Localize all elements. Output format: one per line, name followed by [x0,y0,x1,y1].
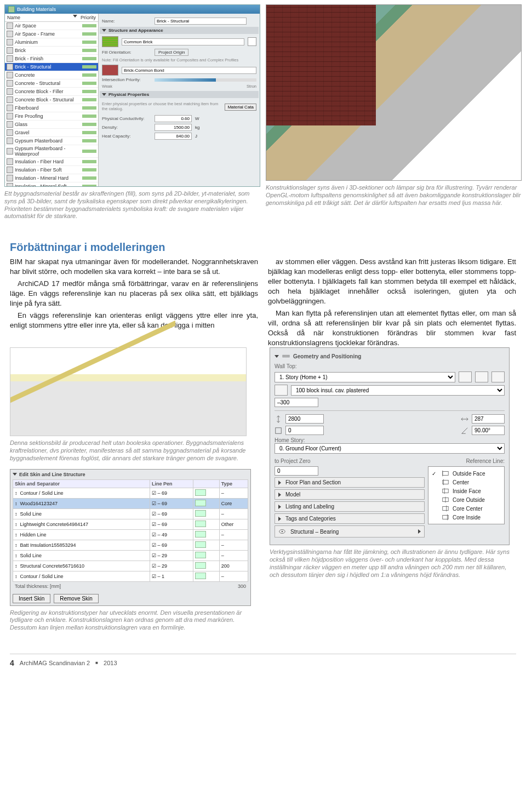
wall-top-select[interactable]: 1. Story (Home + 1) [275,372,455,382]
material-list-item[interactable]: Concrete Block - Structural [5,96,98,104]
reference-line-options[interactable]: ✓Outside FaceCenterInside FaceCore Outsi… [428,466,505,524]
home-story-label: Home Story: [275,437,505,443]
dialog-titlebar[interactable]: Building Materials [5,5,260,14]
material-list-item[interactable]: Insulation - Mineral Hard [5,174,98,182]
skin-row[interactable]: ↕ Wood164123247☑ – 69Core [13,498,248,508]
fill-thumb[interactable] [102,36,118,47]
name-label: Name: [102,19,151,24]
section-drawing [10,347,247,436]
remove-skin-button[interactable]: Remove Skin [54,594,98,603]
surface-select[interactable] [122,67,256,74]
refline-icon [442,478,449,486]
cond-label: Physical Conductivity: [102,116,151,121]
dens-unit: kg [195,125,199,130]
project-zero-input[interactable] [275,466,318,476]
angle-input[interactable] [472,426,505,435]
settings-section-row[interactable]: Tags and Categories [275,513,425,524]
material-list[interactable]: Name Priority Air SpaceAir Space - Frame… [5,14,99,186]
material-list-item[interactable]: Insulation - Fiber Soft [5,166,98,174]
skin-table[interactable]: Skin and Separator Line Pen Type ↕ Conto… [13,479,248,582]
caption-3d-render: Konstruktionslager syns även i 3D-sektio… [266,184,522,207]
conductivity-input[interactable] [155,115,192,122]
swatch-icon [7,158,13,165]
section-structure-appearance[interactable]: Structure and Appearance [100,27,259,34]
material-list-item[interactable]: Gravel [5,129,98,137]
link-icon[interactable] [475,371,488,382]
heatcap-input[interactable] [155,133,192,140]
priority-bar [82,185,96,186]
top-offset-input[interactable] [275,398,318,407]
article-p4: av stommen eller väggen. Dess avstånd ka… [268,257,516,306]
priority-bar [82,115,96,118]
material-list-item[interactable]: Brick - Structural [5,63,98,71]
wall-height-input[interactable] [285,414,324,424]
skin-row[interactable]: ↕ Solid Line☑ – 29– [13,550,248,561]
skin-editor-header[interactable]: Edit Skin and Line Structure [13,472,248,477]
chevron-right-icon [418,529,421,534]
insert-skin-button[interactable]: Insert Skin [13,594,50,603]
dens-label: Density: [102,125,151,130]
bottom-offset-input[interactable] [285,426,324,435]
material-list-item[interactable]: Brick [5,47,98,55]
fill-picker-icon[interactable] [248,37,256,46]
total-thickness-value: 300 [238,584,246,589]
skin-row[interactable]: ↕ Contour / Solid Line☑ – 69– [13,488,248,498]
composite-select[interactable]: 100 block insul. cav. plastered [291,385,505,396]
home-story-select[interactable]: 0. Ground Floor (Current) [275,443,505,454]
material-name: Brick - Finish [15,56,81,61]
settings-section-row[interactable]: Floor Plan and Section [275,477,425,488]
material-list-item[interactable]: Concrete - Structural [5,79,98,88]
settings-section-row[interactable]: Model [275,489,425,500]
refline-option[interactable]: ✓Outside Face [431,469,502,478]
wall-thickness-input[interactable] [472,414,505,424]
refline-option[interactable]: Core Outside [431,495,502,504]
material-list-item[interactable]: Insulation - Mineral Soft [5,182,98,186]
fill-select[interactable] [122,38,244,45]
section-physical-properties[interactable]: Physical Properties [100,91,259,98]
refline-option[interactable]: Inside Face [431,487,502,495]
material-name-input[interactable] [155,18,247,25]
structural-bearing-row[interactable]: Structural – Bearing [275,525,425,537]
material-list-item[interactable]: Insulation - Fiber Hard [5,158,98,166]
total-thickness-label: Total thickness: [mm] [15,584,61,589]
material-list-item[interactable]: Fiberboard [5,104,98,112]
refline-option[interactable]: Core Center [431,504,502,513]
skin-row[interactable]: ↕ Lightweight Concrete64984147☑ – 69Othe… [13,519,248,529]
refline-option[interactable]: Core Inside [431,513,502,522]
fillori-value[interactable]: Project Origin [155,49,188,56]
refline-icon [442,513,449,521]
material-list-item[interactable]: Air Space [5,22,98,30]
skin-row[interactable]: ↕ Batt Insulation155853294☑ – 69– [13,540,248,550]
surface-thumb[interactable] [102,65,118,76]
refline-option[interactable]: Center [431,478,502,487]
link-icon[interactable] [491,371,505,382]
material-name: Concrete - Structural [15,81,81,86]
magazine-name: ArchiMAG Scandinavian 2 [20,660,90,666]
material-list-item[interactable]: Air Space - Frame [5,30,98,38]
skin-row[interactable]: ↕ Solid Line☑ – 69– [13,508,248,519]
priority-slider[interactable] [155,78,256,82]
priority-bar [82,73,96,77]
geom-header[interactable]: Geometry and Positioning [275,352,505,360]
material-catalog-button[interactable]: Material Cata [225,104,256,111]
skin-row[interactable]: ↕ Contour / Solid Line☑ – 1– [13,571,248,581]
composite-icon[interactable] [275,385,288,396]
building-materials-dialog: Building Materials Name Priority Air Spa… [4,4,260,187]
material-name: Gravel [15,130,81,135]
material-list-item[interactable]: Gypsum Plasterboard [5,137,98,145]
material-list-item[interactable]: Glass [5,121,98,129]
settings-section-row[interactable]: Listing and Labeling [275,501,425,512]
link-icon[interactable] [459,371,472,382]
skin-row[interactable]: ↕ Hidden Line☑ – 49– [13,529,248,540]
material-list-item[interactable]: Aluminium [5,38,98,47]
sort-icon[interactable] [73,15,77,18]
article-p5: Man kan flytta på referenslinjen utan at… [268,308,516,348]
skin-row[interactable]: ↕ Structural Concrete56716610☑ – 29200 [13,561,248,571]
material-list-item[interactable]: Brick - Finish [5,55,98,63]
material-list-item[interactable]: Concrete Block - Filler [5,88,98,96]
swatch-icon [7,113,13,119]
material-list-item[interactable]: Gypsum Plasterboard - Waterproof [5,145,98,158]
material-list-item[interactable]: Concrete [5,71,98,79]
material-list-item[interactable]: Fire Proofing [5,112,98,121]
density-input[interactable] [155,124,192,131]
